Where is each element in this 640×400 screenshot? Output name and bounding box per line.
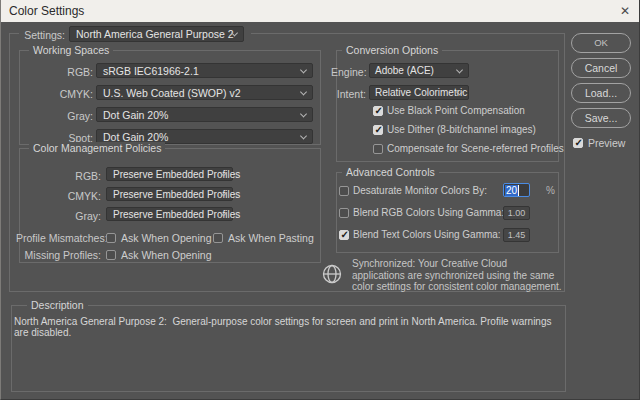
- intent-value: Relative Colorimetric: [375, 87, 467, 98]
- conversion-options-title: Conversion Options: [342, 44, 442, 56]
- cancel-button[interactable]: Cancel: [571, 58, 631, 78]
- ask-when-opening-label: Ask When Opening: [121, 232, 211, 244]
- scene-referred-checkbox[interactable]: [373, 144, 383, 154]
- settings-label: Settings:: [9, 29, 65, 41]
- engine-value: Adobe (ACE): [375, 65, 434, 76]
- ws-cmyk-value: U.S. Web Coated (SWOP) v2: [103, 87, 241, 99]
- missing-profiles-label: Missing Profiles:: [16, 249, 101, 261]
- cmp-gray-label: Gray:: [16, 210, 101, 222]
- color-management-title: Color Management Policies: [29, 142, 165, 154]
- missing-ask-when-opening-checkbox[interactable]: [106, 250, 116, 260]
- dialog-title: Color Settings: [9, 4, 84, 18]
- ws-cmyk-dropdown[interactable]: U.S. Web Coated (SWOP) v2: [96, 85, 313, 100]
- ws-rgb-dropdown[interactable]: sRGB IEC61966-2.1: [96, 63, 313, 78]
- ws-gray-label: Gray:: [31, 110, 93, 122]
- preview-checkbox[interactable]: [573, 138, 583, 148]
- ok-button[interactable]: OK: [571, 33, 631, 53]
- blend-rgb-gamma-checkbox[interactable]: [339, 208, 349, 218]
- advanced-controls-title: Advanced Controls: [342, 166, 439, 178]
- desaturate-monitor-checkbox[interactable]: [339, 186, 349, 196]
- use-dither-checkbox[interactable]: [373, 125, 383, 135]
- cmp-rgb-dropdown[interactable]: Preserve Embedded Profiles: [106, 167, 233, 181]
- sync-message: Synchronized: Your Creative Cloud applic…: [352, 258, 562, 293]
- description-text: North America General Purpose 2: General…: [14, 316, 559, 338]
- ask-when-pasting-label: Ask When Pasting: [228, 232, 314, 244]
- chevron-down-icon: [300, 110, 307, 117]
- load-button[interactable]: Load...: [571, 83, 631, 103]
- ws-gray-value: Dot Gain 20%: [103, 109, 168, 121]
- engine-dropdown[interactable]: Adobe (ACE): [369, 63, 469, 78]
- desaturate-percent-value: 20: [505, 185, 519, 196]
- cmp-gray-dropdown[interactable]: Preserve Embedded Profiles: [106, 207, 233, 221]
- blend-text-gamma-label: Blend Text Colors Using Gamma:: [353, 229, 501, 240]
- intent-label: Intent:: [331, 88, 366, 100]
- color-management-group: Color Management Policies: [19, 148, 321, 263]
- close-icon[interactable]: ✕: [620, 0, 630, 22]
- creative-cloud-sync-icon: [321, 263, 343, 285]
- black-point-compensation-checkbox[interactable]: [373, 106, 383, 116]
- use-dither-label: Use Dither (8-bit/channel images): [387, 124, 536, 135]
- percent-suffix: %: [546, 185, 555, 196]
- working-spaces-title: Working Spaces: [29, 44, 113, 56]
- blend-rgb-gamma-label: Blend RGB Colors Using Gamma:: [353, 207, 504, 218]
- missing-ask-when-opening-label: Ask When Opening: [121, 249, 211, 261]
- blend-rgb-gamma-field[interactable]: 1.00: [503, 206, 530, 220]
- ws-spot-value: Dot Gain 20%: [103, 131, 168, 143]
- color-settings-dialog: Color Settings ✕ Settings: North America…: [0, 0, 640, 400]
- blend-text-gamma-checkbox[interactable]: [339, 230, 349, 240]
- ws-rgb-value: sRGB IEC61966-2.1: [103, 65, 199, 77]
- ws-rgb-label: RGB:: [31, 66, 93, 78]
- profile-mismatches-label: Profile Mismatches:: [16, 232, 101, 244]
- desaturate-monitor-label: Desaturate Monitor Colors By:: [353, 185, 487, 196]
- ask-when-pasting-checkbox[interactable]: [213, 233, 223, 243]
- save-button[interactable]: Save...: [571, 108, 631, 128]
- blend-text-gamma-field[interactable]: 1.45: [503, 228, 530, 242]
- chevron-down-icon: [300, 132, 307, 139]
- settings-value: North America General Purpose 2: [76, 28, 234, 40]
- black-point-compensation-label: Use Black Point Compensation: [387, 105, 525, 116]
- chevron-down-icon: [456, 66, 463, 73]
- chevron-down-icon: [300, 88, 307, 95]
- ws-cmyk-label: CMYK:: [31, 88, 93, 100]
- preview-label: Preview: [588, 137, 625, 149]
- chevron-down-icon: [300, 66, 307, 73]
- cmp-cmyk-dropdown[interactable]: Preserve Embedded Profiles: [106, 187, 233, 201]
- ws-gray-dropdown[interactable]: Dot Gain 20%: [96, 107, 313, 122]
- ask-when-opening-checkbox[interactable]: [106, 233, 116, 243]
- description-title: Description: [27, 299, 88, 311]
- desaturate-percent-field[interactable]: 20: [503, 183, 530, 197]
- titlebar: Color Settings ✕: [1, 0, 639, 22]
- scene-referred-label: Compensate for Scene-referred Profiles: [387, 143, 564, 154]
- engine-label: Engine:: [331, 66, 366, 78]
- settings-dropdown[interactable]: North America General Purpose 2: [69, 26, 244, 42]
- intent-dropdown[interactable]: Relative Colorimetric: [369, 85, 469, 100]
- cmp-rgb-label: RGB:: [16, 170, 101, 182]
- cmp-cmyk-label: CMYK:: [16, 190, 101, 202]
